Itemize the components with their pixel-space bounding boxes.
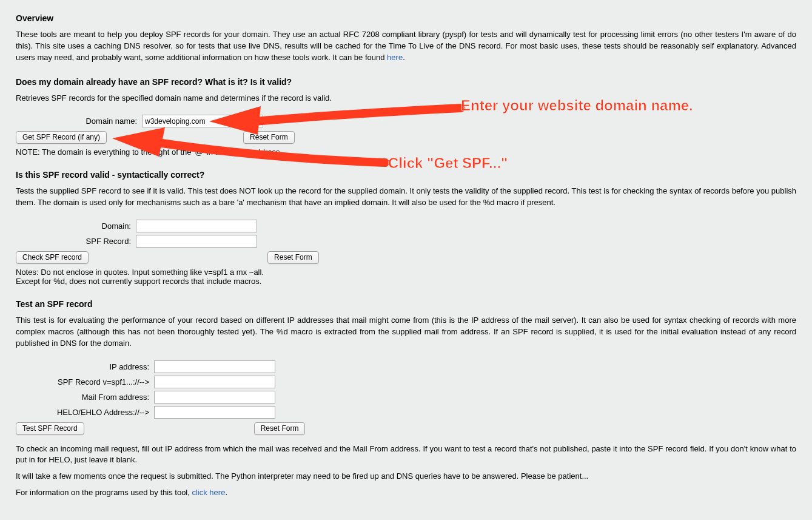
reset-form-button-3[interactable]: Reset Form (254, 422, 306, 435)
sec2-spf-label: SPF Record: (16, 237, 136, 246)
sec3-desc: This test is for evaluating the performa… (16, 315, 796, 349)
overview-text: These tools are meant to help you deploy… (16, 29, 796, 64)
sec2-spf-input[interactable] (136, 235, 257, 248)
overview-text-dot: . (403, 53, 405, 62)
get-spf-button[interactable]: Get SPF Record (if any) (16, 131, 107, 144)
check-spf-button[interactable]: Check SPF record (16, 251, 89, 264)
reset-form-button-1[interactable]: Reset Form (243, 131, 295, 144)
sec1-form: Domain name: Get SPF Record (if any) Res… (16, 115, 796, 144)
sec2-heading: Is this SPF record valid - syntactically… (16, 170, 796, 180)
click-here-link[interactable]: click here (192, 488, 225, 497)
domain-name-input[interactable] (142, 115, 263, 127)
reset-form-button-2[interactable]: Reset Form (267, 251, 319, 264)
test-spf-button[interactable]: Test SPF Record (16, 422, 84, 435)
sec3-after3-post: . (225, 488, 227, 497)
overview-here-link[interactable]: here (387, 53, 403, 62)
sec3-after2: It will take a few moments once the requ… (16, 471, 796, 482)
sec3-mailfrom-input[interactable] (154, 391, 275, 404)
sec3-after1: To check an incoming mail request, fill … (16, 444, 796, 467)
sec3-after3-pre: For information on the programs used by … (16, 488, 192, 497)
sec2-domain-input[interactable] (136, 220, 257, 232)
sec3-heading: Test an SPF record (16, 299, 796, 309)
sec1-note: NOTE: The domain is everything to the ri… (16, 147, 796, 157)
sec3-ip-label: IP address: (16, 362, 154, 371)
sec1-desc: Retrieves SPF records for the specified … (16, 93, 796, 104)
sec3-after3: For information on the programs used by … (16, 487, 796, 499)
sec1-heading: Does my domain already have an SPF recor… (16, 77, 796, 87)
overview-heading: Overview (16, 13, 796, 23)
sec3-ip-input[interactable] (154, 360, 275, 373)
sec3-spf-label: SPF Record v=spf1...://--> (16, 377, 154, 387)
sec2-domain-label: Domain: (16, 221, 136, 231)
sec3-spf-input[interactable] (154, 376, 275, 388)
domain-name-label: Domain name: (16, 116, 142, 126)
sec3-helo-input[interactable] (154, 406, 275, 419)
sec2-note2: Except for %d, does not currently suppor… (16, 277, 796, 286)
sec3-form: IP address: SPF Record v=spf1...://--> M… (16, 360, 796, 435)
sec3-mailfrom-label: Mail From address: (16, 393, 154, 402)
overview-text-body: These tools are meant to help you deploy… (16, 30, 796, 62)
sec2-note1: Notes: Do not enclose in quotes. Input s… (16, 268, 796, 277)
sec2-form: Domain: SPF Record: Check SPF record Res… (16, 220, 796, 264)
sec2-desc: Tests the supplied SPF record to see if … (16, 186, 796, 209)
sec3-helo-label: HELO/EHLO Address://--> (16, 408, 154, 417)
